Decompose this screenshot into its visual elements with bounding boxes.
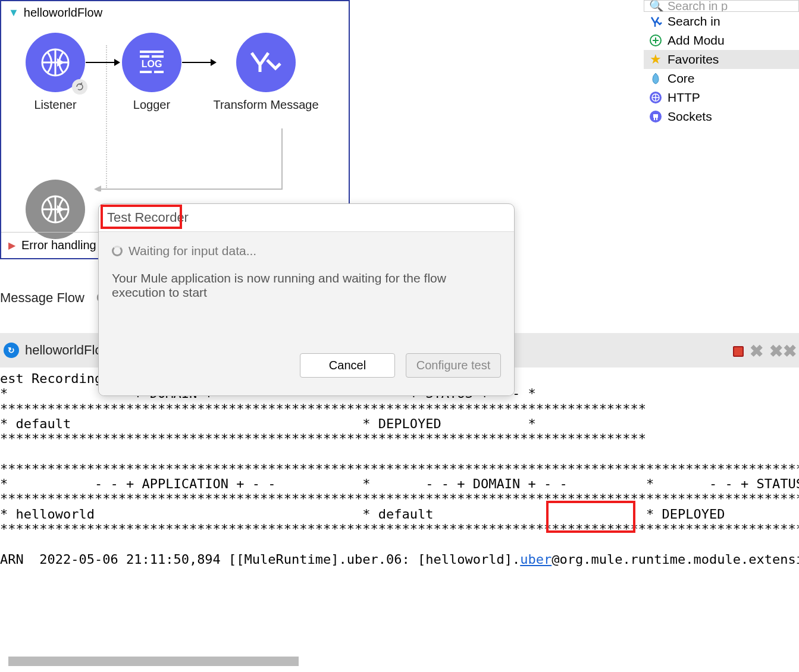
palette-favorites[interactable]: ★ Favorites — [644, 50, 799, 69]
logger-label: Logger — [133, 98, 170, 112]
http-icon — [648, 90, 663, 105]
console-link[interactable]: uber — [520, 552, 552, 567]
close-icon[interactable]: ✖ — [750, 341, 763, 361]
listener-icon — [26, 33, 85, 92]
svg-rect-4 — [152, 55, 164, 58]
console-line: ARN 2022-05-06 21:11:50,894 [[MuleRuntim… — [0, 552, 799, 567]
transform-icon — [236, 33, 296, 92]
palette-search[interactable]: 🔍 Search in p — [644, 0, 799, 12]
flow-badge-icon: ↻ — [4, 343, 19, 358]
svg-text:LOG: LOG — [142, 59, 162, 69]
svg-rect-2 — [140, 51, 164, 53]
logger-node[interactable]: LOG Logger — [119, 33, 184, 112]
error-handling-label: Error handling — [21, 238, 96, 252]
palette-search-exchange-label: Search in — [668, 14, 720, 29]
cancel-button[interactable]: Cancel — [300, 353, 395, 378]
collapse-triangle-icon[interactable]: ▼ — [8, 7, 19, 19]
globe-response-icon — [26, 180, 85, 239]
response-node[interactable] — [23, 180, 88, 239]
palette-sockets-label: Sockets — [668, 109, 712, 124]
star-icon: ★ — [648, 52, 663, 67]
palette-http-label: HTTP — [668, 90, 700, 105]
tab-message-flow[interactable]: Message Flow — [0, 290, 84, 306]
palette-favorites-label: Favorites — [668, 52, 719, 67]
console-line: * default * DEPLOYED * — [0, 416, 536, 431]
palette-core-label: Core — [668, 71, 695, 86]
dialog-body: Waiting for input data... Your Mule appl… — [99, 232, 514, 395]
console-line: ****************************************… — [0, 522, 799, 536]
error-flag-icon: ▶ — [8, 240, 15, 251]
palette-sockets[interactable]: Sockets — [644, 107, 799, 126]
transform-node[interactable]: Transform Message — [215, 33, 317, 112]
exchange-icon — [648, 14, 663, 29]
core-icon — [648, 71, 663, 86]
svg-rect-6 — [140, 71, 152, 73]
highlight-box — [101, 205, 182, 229]
stop-icon[interactable] — [733, 346, 744, 357]
palette-http[interactable]: HTTP — [644, 88, 799, 107]
configure-test-button: Configure test — [406, 353, 501, 378]
refresh-badge-icon — [72, 79, 87, 95]
search-icon: 🔍 — [649, 0, 664, 12]
palette-add-module[interactable]: Add Modu — [644, 31, 799, 50]
flow-nodes: Listener LOG Logger — [1, 24, 349, 112]
add-icon — [648, 33, 663, 48]
listener-label: Listener — [34, 98, 76, 112]
console-line: * - - + APPLICATION + - - * - - + DOMAIN… — [0, 476, 799, 491]
palette: 🔍 Search in p Search in Add Modu ★ Favor… — [644, 0, 799, 126]
svg-rect-3 — [140, 55, 149, 58]
console-line: ****************************************… — [0, 491, 799, 506]
test-recorder-dialog: Test Recorder Waiting for input data... … — [98, 203, 515, 396]
logger-icon: LOG — [122, 33, 181, 92]
close-all-icon[interactable]: ✖✖ — [769, 341, 797, 361]
flow-title-row[interactable]: ▼ helloworldFlow — [1, 1, 349, 24]
console-toolbar: ✖ ✖✖ — [733, 341, 797, 361]
dialog-status-text: Waiting for input data... — [129, 244, 256, 258]
console-line: * helloworld * default * DEPLOYED * — [0, 507, 799, 522]
palette-add-module-label: Add Modu — [668, 33, 725, 48]
arrow-icon — [88, 33, 119, 92]
palette-core[interactable]: Core — [644, 69, 799, 88]
console-line: ****************************************… — [0, 431, 646, 446]
dialog-message: Your Mule application is now running and… — [112, 271, 501, 300]
console-line: ****************************************… — [0, 461, 799, 476]
highlight-box — [546, 501, 635, 533]
dialog-buttons: Cancel Configure test — [112, 353, 501, 378]
palette-search-exchange[interactable]: Search in — [644, 12, 799, 31]
console-line: ****************************************… — [0, 401, 646, 416]
svg-rect-14 — [653, 114, 658, 118]
sockets-icon — [648, 109, 663, 124]
flow-name: helloworldFlow — [24, 6, 102, 20]
console-output[interactable]: est Recording [MUnit Test Recording] * -… — [0, 371, 799, 567]
palette-search-text: Search in p — [668, 0, 728, 12]
return-path — [93, 128, 283, 191]
spinner-icon — [112, 246, 123, 256]
transform-label: Transform Message — [213, 98, 318, 112]
dialog-status: Waiting for input data... — [112, 244, 501, 258]
listener-node[interactable]: Listener — [23, 33, 88, 112]
svg-rect-7 — [154, 71, 164, 73]
scrollbar-thumb[interactable] — [8, 657, 299, 666]
arrow-icon — [184, 33, 215, 92]
